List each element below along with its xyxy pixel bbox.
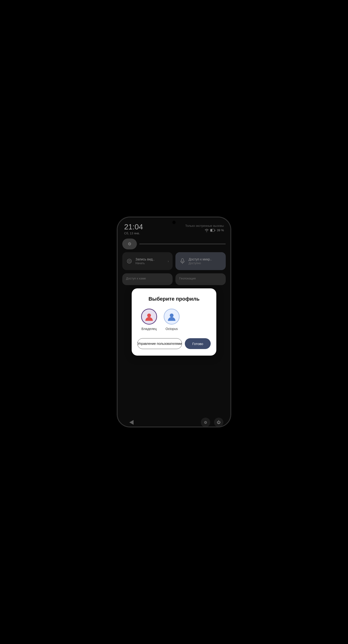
dialog-overlay: Выберите профиль Владелец — [118, 218, 230, 426]
svg-point-8 — [170, 314, 174, 317]
profile-avatar-octopus — [164, 308, 180, 324]
owner-user-icon — [144, 312, 154, 322]
dialog-title: Выберите профиль — [137, 296, 211, 302]
dialog-actions: Управление пользователями Готово — [137, 338, 211, 349]
profile-item-octopus[interactable]: Octopus — [164, 308, 180, 331]
profile-avatar-owner — [141, 308, 157, 324]
manage-users-button[interactable]: Управление пользователями — [137, 338, 182, 349]
profile-octopus-name: Octopus — [166, 327, 178, 331]
profile-select-dialog: Выберите профиль Владелец — [132, 288, 216, 356]
octopus-user-icon — [166, 312, 177, 322]
profile-item-owner[interactable]: Владелец — [141, 308, 157, 331]
phone-screen: 21:04 Сб, 13 янв. Только экстренные вызо… — [118, 218, 230, 426]
done-button[interactable]: Готово — [185, 338, 211, 349]
svg-point-7 — [147, 314, 151, 317]
phone-device: 21:04 Сб, 13 янв. Только экстренные вызо… — [118, 218, 230, 426]
dialog-profiles: Владелец Octopus — [137, 308, 211, 331]
profile-owner-name: Владелец — [142, 327, 157, 331]
